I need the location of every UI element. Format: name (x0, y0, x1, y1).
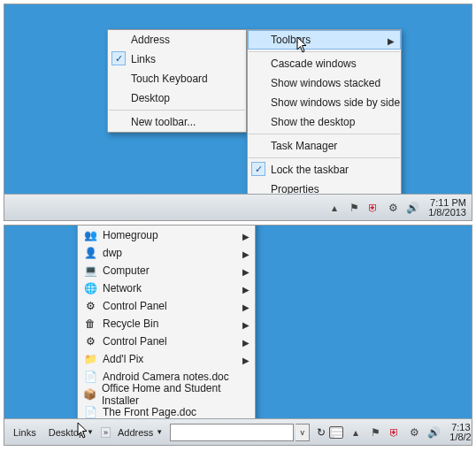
item-label: Recycle Bin (103, 317, 158, 330)
menu-label: Touch Keyboard (131, 73, 208, 85)
tray-chevron-icon[interactable]: ▴ (349, 425, 363, 440)
chevron-down-icon: ▼ (87, 428, 94, 436)
speaker-icon[interactable]: 🔊 (405, 201, 419, 215)
flyout-item[interactable]: 👥Homegroup▶ (78, 226, 255, 244)
flyout-item[interactable]: 📁Add'l Pix▶ (78, 350, 255, 368)
menu-item-side-by-side[interactable]: Show windows side by side (248, 93, 401, 112)
item-label: The Front Page.doc (103, 406, 196, 418)
submenu-item-address[interactable]: Address (108, 30, 246, 50)
item-icon: 📄 (83, 370, 97, 384)
submenu-arrow-icon: ▶ (242, 356, 250, 365)
toolbar-label: Links (13, 427, 36, 438)
taskbar[interactable]: ▴ ⚑ ⛨ ⚙ 🔊 7:11 PM 1/8/2013 (4, 194, 472, 220)
system-tray: ▴ ⚑ ⛨ ⚙ 🔊 7:13 PM 1/8/2013 (329, 423, 472, 442)
shield-icon[interactable]: ⛨ (388, 425, 402, 440)
tray-chevron-icon[interactable]: ▴ (327, 201, 342, 215)
clock-time: 7:11 PM (430, 198, 466, 208)
submenu-arrow-icon: ▶ (242, 338, 250, 348)
screenshot-bottom: 📚Libraries▶👥Homegroup▶👤dwp▶💻Computer▶🌐Ne… (4, 225, 472, 446)
check-icon: ✓ (111, 51, 126, 65)
toolbar-desktop[interactable]: Desktop ▼ (43, 423, 99, 442)
menu-separator (249, 134, 400, 134)
address-refresh-button[interactable]: ↻ (313, 424, 329, 441)
clock-date: 1/8/2013 (449, 432, 472, 442)
menu-item-lock-taskbar[interactable]: ✓ Lock the taskbar (248, 160, 401, 180)
toolbars-submenu[interactable]: Address ✓ Links Touch Keyboard Desktop N… (107, 29, 247, 133)
desktop-expand-button[interactable]: » (101, 427, 111, 438)
item-label: Control Panel (103, 335, 167, 348)
toolbar-label: Address (118, 427, 153, 438)
item-label: Android Camera notes.doc (103, 371, 229, 383)
system-tray: ▴ ⚑ ⛨ ⚙ 🔊 7:11 PM 1/8/2013 (327, 198, 472, 218)
menu-label: Task Manager (271, 140, 337, 152)
submenu-arrow-icon: ▶ (242, 320, 250, 330)
item-icon: 📦 (83, 387, 96, 402)
address-input[interactable] (170, 424, 294, 441)
item-icon: 📁 (83, 352, 97, 366)
clock-date: 1/8/2013 (428, 208, 466, 218)
menu-label: Show windows stacked (271, 77, 380, 89)
submenu-item-new-toolbar[interactable]: New toolbar... (108, 112, 246, 132)
action-center-icon[interactable]: ⚑ (368, 425, 382, 440)
submenu-item-links[interactable]: ✓ Links (108, 50, 246, 69)
flyout-item[interactable]: 🗑Recycle Bin▶ (78, 315, 255, 333)
menu-separator (249, 157, 400, 158)
menu-label: Show windows side by side (271, 96, 400, 109)
submenu-item-desktop[interactable]: Desktop (108, 88, 246, 108)
menu-separator (109, 110, 245, 111)
menu-label: Address (131, 34, 170, 46)
item-label: Add'l Pix (103, 353, 143, 365)
submenu-arrow-icon: ▶ (242, 267, 250, 277)
taskbar-clock[interactable]: 7:13 PM 1/8/2013 (446, 423, 472, 442)
menu-item-show-desktop[interactable]: Show the desktop (248, 112, 401, 132)
flyout-item[interactable]: 📦Office Home and Student Installer (78, 386, 255, 403)
item-icon: 👤 (83, 246, 97, 260)
speaker-icon[interactable]: 🔊 (426, 425, 441, 440)
taskbar-context-menu[interactable]: Toolbars ▶ Cascade windows Show windows … (247, 29, 402, 200)
flyout-item[interactable]: ⚙Control Panel▶ (78, 333, 255, 350)
network-icon[interactable]: ⚙ (386, 201, 400, 215)
menu-item-stacked[interactable]: Show windows stacked (248, 73, 401, 93)
item-label: Homegroup (103, 229, 158, 241)
item-icon: 🌐 (83, 281, 97, 295)
flyout-item[interactable]: 🌐Network▶ (78, 279, 255, 297)
item-icon: ⚙ (83, 334, 97, 348)
taskbar[interactable]: Links Desktop ▼ » Address ▼ v ↻ ▴ ⚑ ⛨ ⚙ (4, 418, 472, 445)
network-icon[interactable]: ⚙ (407, 425, 421, 440)
clock-time: 7:13 PM (451, 423, 472, 432)
menu-item-toolbars[interactable]: Toolbars ▶ (248, 30, 401, 50)
menu-item-task-manager[interactable]: Task Manager (248, 136, 401, 156)
taskbar-clock[interactable]: 7:11 PM 1/8/2013 (425, 198, 466, 218)
shield-icon[interactable]: ⛨ (366, 201, 380, 215)
toolbar-address-label: Address ▼ (112, 423, 168, 442)
item-icon: ⚙ (83, 299, 97, 313)
item-icon: 📄 (83, 405, 97, 419)
item-label: Network (103, 282, 142, 295)
menu-label: New toolbar... (131, 116, 196, 128)
submenu-arrow-icon: ▶ (242, 232, 250, 241)
flyout-item[interactable]: ⚙Control Panel▶ (78, 297, 255, 315)
item-icon: 💻 (83, 264, 97, 278)
touch-keyboard-icon[interactable] (329, 425, 343, 440)
screenshot-top: Address ✓ Links Touch Keyboard Desktop N… (4, 4, 472, 221)
item-label: dwp (103, 247, 122, 259)
submenu-arrow-icon: ▶ (388, 36, 395, 46)
submenu-item-touch-keyboard[interactable]: Touch Keyboard (108, 69, 246, 88)
action-center-icon[interactable]: ⚑ (347, 201, 361, 215)
desktop-toolbar-flyout[interactable]: 📚Libraries▶👥Homegroup▶👤dwp▶💻Computer▶🌐Ne… (77, 225, 256, 424)
menu-label: Links (131, 53, 156, 65)
toolbar-label: Desktop (49, 427, 84, 438)
chevron-right-icon: » (104, 428, 108, 437)
submenu-arrow-icon: ▶ (242, 249, 250, 259)
flyout-item[interactable]: 👤dwp▶ (78, 244, 255, 262)
menu-label: Cascade windows (271, 57, 357, 70)
flyout-item[interactable]: 💻Computer▶ (78, 262, 255, 279)
menu-label: Lock the taskbar (271, 164, 349, 176)
item-label: Control Panel (103, 300, 167, 312)
menu-separator (249, 51, 400, 52)
menu-label: Toolbars (271, 34, 311, 46)
item-icon: 🗑 (83, 317, 97, 331)
menu-item-cascade[interactable]: Cascade windows (248, 54, 401, 73)
address-dropdown-button[interactable]: v (296, 424, 310, 441)
toolbar-links[interactable]: Links (8, 423, 42, 442)
